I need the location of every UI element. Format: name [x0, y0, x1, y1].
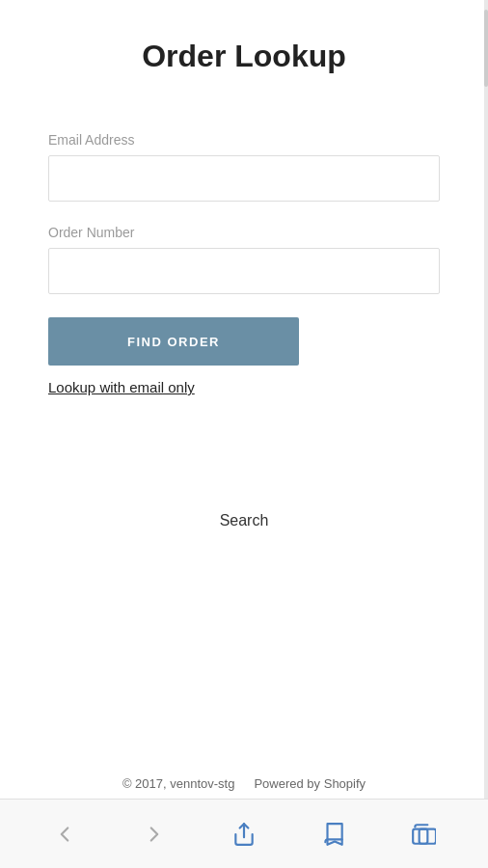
- page-title: Order Lookup: [48, 39, 440, 74]
- email-label: Email Address: [48, 132, 440, 148]
- powered-by-text: Powered by Shopify: [254, 776, 366, 791]
- email-input[interactable]: [48, 155, 440, 202]
- bookmarks-button[interactable]: [306, 814, 362, 854]
- search-text: Search: [220, 512, 269, 529]
- footer: © 2017, venntov-stg Powered by Shopify: [0, 776, 488, 791]
- bottom-navigation-bar: [0, 799, 488, 868]
- share-button[interactable]: [216, 814, 272, 854]
- order-number-input[interactable]: [48, 248, 440, 294]
- copyright-text: © 2017, venntov-stg: [122, 776, 235, 791]
- lookup-email-only-link[interactable]: Lookup with email only: [48, 379, 195, 395]
- back-button[interactable]: [37, 814, 93, 854]
- scrollbar[interactable]: [484, 0, 488, 799]
- order-number-field-group: Order Number: [48, 225, 440, 294]
- tabs-button[interactable]: [395, 814, 451, 854]
- scrollbar-thumb[interactable]: [484, 10, 488, 87]
- order-number-label: Order Number: [48, 225, 440, 240]
- email-field-group: Email Address: [48, 132, 440, 202]
- search-section: Search: [0, 512, 488, 529]
- find-order-button[interactable]: FIND ORDER: [48, 317, 299, 366]
- forward-button[interactable]: [126, 814, 182, 854]
